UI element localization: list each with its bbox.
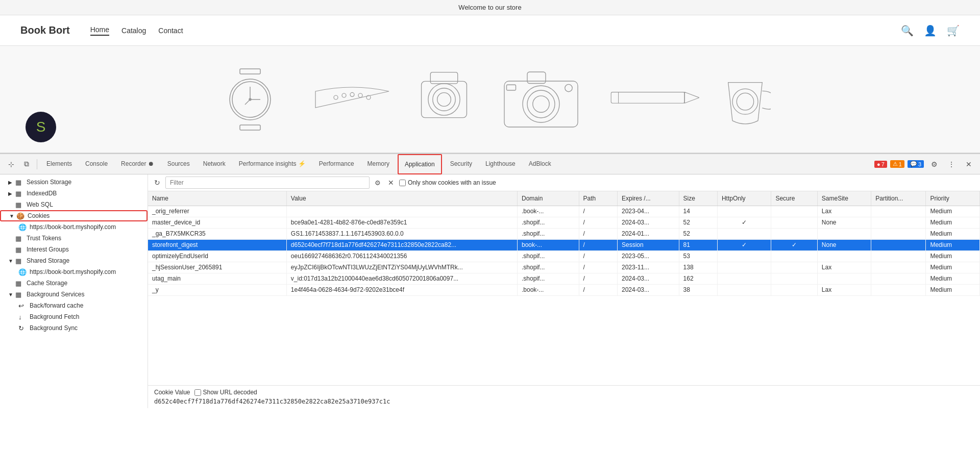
table-cell: _orig_referrer — [148, 206, 286, 217]
sidebar-item-interest-groups[interactable]: ▶ ▦ Interest Groups — [0, 244, 148, 255]
svg-point-20 — [527, 90, 555, 118]
show-issues-checkbox[interactable] — [399, 180, 406, 186]
sidebar-item-shared-storage[interactable]: ▼ ▦ Shared Storage — [0, 255, 148, 266]
sidebar-item-background-sync[interactable]: ↻ Background Sync — [0, 322, 148, 334]
table-row[interactable]: storefront_digestd652c40ecf7f718d1a776df… — [148, 239, 980, 250]
settings-icon[interactable]: ⚙ — [927, 157, 941, 171]
cache-storage-icon: ▦ — [15, 280, 23, 287]
table-row[interactable]: _hjSessionUser_2065891eyJpZCI6IjBkOTcwNT… — [148, 262, 980, 273]
refresh-button[interactable]: ↻ — [152, 178, 162, 188]
cart-icon[interactable]: 🛒 — [947, 24, 960, 37]
device-toggle-icon[interactable]: ⧉ — [19, 157, 34, 171]
brand-name: Book Bort — [20, 24, 70, 36]
table-cell: / — [579, 284, 617, 295]
filter-options-icon[interactable]: ⚙ — [373, 178, 383, 188]
table-row[interactable]: _orig_referrer.book-.../2023-04...14LaxM… — [148, 206, 980, 217]
clear-filter-button[interactable]: ✕ — [386, 178, 396, 188]
lens-illustration — [413, 59, 475, 140]
table-cell — [871, 273, 926, 284]
show-url-decoded-checkbox[interactable] — [194, 389, 201, 396]
sidebar-item-cache-storage[interactable]: ▶ ▦ Cache Storage — [0, 278, 148, 289]
search-icon[interactable]: 🔍 — [901, 24, 914, 37]
indexeddb-icon: ▦ — [15, 190, 23, 197]
expand-arrow-4: ▼ — [9, 213, 14, 219]
cookie-value-label-row: Cookie Value Show URL decoded — [154, 389, 974, 396]
sidebar-item-indexeddb[interactable]: ▶ ▦ IndexedDB — [0, 188, 148, 199]
sidebar-item-session-storage[interactable]: ▶ ▦ Session Storage — [0, 177, 148, 188]
sidebar-item-cookies[interactable]: ▼ 🍪 Cookies — [0, 210, 148, 221]
table-cell: d652c40ecf7f718d1a776df426274e7311c32850… — [286, 239, 517, 250]
svg-point-16 — [437, 92, 451, 106]
table-cell: / — [579, 239, 617, 250]
website-tab-bar: Welcome to our store — [0, 0, 980, 15]
cursor-icon[interactable]: ⊹ — [4, 157, 18, 171]
table-row[interactable]: _y1e4f464a-0628-4634-9d72-9202e31bce4f.b… — [148, 284, 980, 295]
table-cell: Lax — [817, 262, 871, 273]
tab-console[interactable]: Console — [79, 154, 114, 174]
camera-illustration — [495, 59, 587, 140]
devtools-toolbar: ⊹ ⧉ Elements Console Recorder ⏺ Sources … — [0, 154, 980, 174]
svg-marker-26 — [684, 92, 699, 103]
tab-perf-insights[interactable]: Performance insights ⚡ — [233, 154, 312, 174]
table-row[interactable]: optimizelyEndUserIdoeu1669274686362r0.70… — [148, 250, 980, 262]
show-url-decoded-label[interactable]: Show URL decoded — [194, 389, 257, 396]
table-cell: Medium — [926, 262, 980, 273]
cup-illustration — [720, 64, 771, 135]
table-cell — [771, 262, 817, 273]
table-cell: utag_main — [148, 273, 286, 284]
table-cell — [771, 284, 817, 295]
sidebar-item-back-forward[interactable]: ↩ Back/forward cache — [0, 300, 148, 311]
tab-title: Welcome to our store — [458, 4, 521, 11]
nav-catalog[interactable]: Catalog — [121, 27, 146, 35]
sidebar-item-cookies-url[interactable]: 🌐 https://book-bort.myshopify.com — [0, 221, 148, 233]
table-cell: / — [579, 273, 617, 284]
background-services-label: Background Services — [27, 291, 84, 298]
trust-tokens-icon: ▦ — [15, 235, 23, 242]
more-options-icon[interactable]: ⋮ — [944, 157, 959, 171]
tab-application[interactable]: Application — [398, 154, 442, 174]
table-cell: 52 — [679, 217, 717, 228]
tab-performance[interactable]: Performance — [313, 154, 360, 174]
cookie-value-text: d652c40ecf7f718d1a776df426274e7311c32850… — [154, 398, 974, 405]
account-icon[interactable]: 👤 — [924, 24, 937, 37]
table-cell: optimizelyEndUserId — [148, 250, 286, 262]
devtools-panel: ⊹ ⧉ Elements Console Recorder ⏺ Sources … — [0, 153, 980, 408]
sidebar-item-web-sql[interactable]: ▶ ▦ Web SQL — [0, 199, 148, 210]
tab-lighthouse[interactable]: Lighthouse — [479, 154, 522, 174]
tab-recorder[interactable]: Recorder ⏺ — [115, 154, 160, 174]
nav-contact[interactable]: Contact — [158, 27, 183, 35]
table-cell: 2024-03... — [617, 217, 679, 228]
background-sync-icon: ↻ — [18, 324, 27, 332]
sidebar-item-background-services[interactable]: ▼ ▦ Background Services — [0, 289, 148, 300]
table-row[interactable]: _ga_B7X5MKCR35GS1.1671453837.1.1.1671453… — [148, 228, 980, 239]
toolbar-separator-1 — [37, 159, 37, 169]
sidebar-item-shared-storage-url[interactable]: 🌐 https://book-bort.myshopify.com — [0, 266, 148, 278]
tab-network[interactable]: Network — [197, 154, 232, 174]
nav-links: Home Catalog Contact — [90, 26, 183, 36]
web-sql-icon: ▦ — [15, 201, 23, 209]
filter-input[interactable] — [165, 177, 370, 189]
table-row[interactable]: utag_mainv_id:017d13a12b21000440eae6d38c… — [148, 273, 980, 284]
table-cell — [286, 206, 517, 217]
table-cell — [771, 228, 817, 239]
sidebar-item-background-fetch[interactable]: ↓ Background Fetch — [0, 311, 148, 322]
svg-point-23 — [565, 84, 572, 91]
close-devtools-icon[interactable]: ✕ — [962, 157, 976, 171]
col-samesite: SameSite — [817, 191, 871, 206]
nav-icons: 🔍 👤 🛒 — [901, 24, 960, 37]
svg-rect-1 — [240, 125, 260, 130]
interest-groups-label: Interest Groups — [27, 246, 69, 253]
tab-security[interactable]: Security — [444, 154, 478, 174]
nav-home[interactable]: Home — [90, 26, 109, 36]
sidebar-item-trust-tokens[interactable]: ▶ ▦ Trust Tokens — [0, 233, 148, 244]
tab-adblock[interactable]: AdBlock — [523, 154, 557, 174]
background-sync-label: Background Sync — [30, 324, 78, 332]
tab-elements[interactable]: Elements — [40, 154, 78, 174]
belt-illustration — [311, 74, 393, 125]
tab-sources[interactable]: Sources — [161, 154, 196, 174]
table-row[interactable]: master_device_idbce9a0e1-4281-4b82-876e-… — [148, 217, 980, 228]
table-cell: .shopif... — [518, 228, 579, 239]
svg-point-9 — [342, 93, 346, 97]
show-issues-label[interactable]: Only show cookies with an issue — [399, 179, 496, 186]
tab-memory[interactable]: Memory — [361, 154, 396, 174]
